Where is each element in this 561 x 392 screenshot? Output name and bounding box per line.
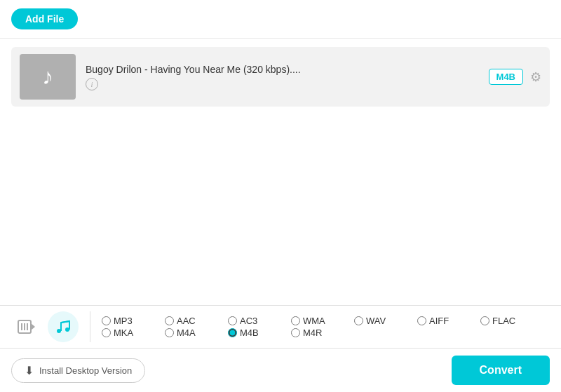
format-m4r[interactable]: M4R [291,327,354,338]
format-aac[interactable]: AAC [165,316,228,326]
format-ac3[interactable]: AC3 [228,316,291,326]
radio-aac[interactable] [165,316,174,325]
file-actions: M4B ⚙ [489,69,541,85]
video-tab-icon [17,317,36,337]
format-row-2: MKA M4A M4B M4R [102,327,550,338]
radio-m4r[interactable] [291,328,300,337]
radio-aiff[interactable] [417,316,426,325]
info-icon[interactable]: i [86,78,98,90]
format-wma[interactable]: WMA [291,316,354,326]
format-options: MP3 AAC AC3 WMA WAV AIFF F [102,316,550,338]
settings-icon[interactable]: ⚙ [530,69,541,85]
toolbar: Add File [0,0,561,39]
file-thumbnail: ♪ [20,54,76,100]
radio-mp3[interactable] [102,316,111,325]
format-mp3[interactable]: MP3 [102,316,165,326]
music-note-icon: ♪ [42,64,53,90]
media-type-tabs [11,311,90,342]
convert-button[interactable]: Convert [452,356,550,385]
file-list: ♪ Bugoy Drilon - Having You Near Me (320… [0,39,561,305]
download-icon: ⬇ [25,364,34,377]
format-row-1: MP3 AAC AC3 WMA WAV AIFF F [102,316,550,326]
install-label: Install Desktop Version [39,365,132,376]
svg-line-7 [61,321,69,323]
radio-ac3[interactable] [228,316,237,325]
footer-bar: ⬇ Install Desktop Version Convert [0,349,561,392]
radio-m4a[interactable] [165,328,174,337]
format-wav[interactable]: WAV [354,316,417,326]
format-selector: MP3 AAC AC3 WMA WAV AIFF F [0,306,561,349]
audio-tab-icon [53,317,73,337]
file-name: Bugoy Drilon - Having You Near Me (320 k… [86,64,479,75]
file-info: Bugoy Drilon - Having You Near Me (320 k… [86,64,479,90]
format-badge[interactable]: M4B [489,69,523,85]
install-desktop-button[interactable]: ⬇ Install Desktop Version [11,358,145,383]
format-aiff[interactable]: AIFF [417,316,480,326]
radio-mka[interactable] [102,328,111,337]
audio-tab[interactable] [48,311,79,342]
video-tab[interactable] [11,311,42,342]
format-flac[interactable]: FLAC [480,316,543,326]
file-item: ♪ Bugoy Drilon - Having You Near Me (320… [11,47,550,107]
format-mka[interactable]: MKA [102,327,165,338]
format-m4a[interactable]: M4A [165,327,228,338]
svg-marker-1 [31,323,35,330]
add-file-button[interactable]: Add File [11,8,78,29]
radio-wma[interactable] [291,316,300,325]
radio-flac[interactable] [480,316,489,325]
format-m4b[interactable]: M4B [228,327,291,338]
bottom-bar: MP3 AAC AC3 WMA WAV AIFF F [0,305,561,392]
radio-wav[interactable] [354,316,363,325]
radio-m4b[interactable] [228,328,237,337]
